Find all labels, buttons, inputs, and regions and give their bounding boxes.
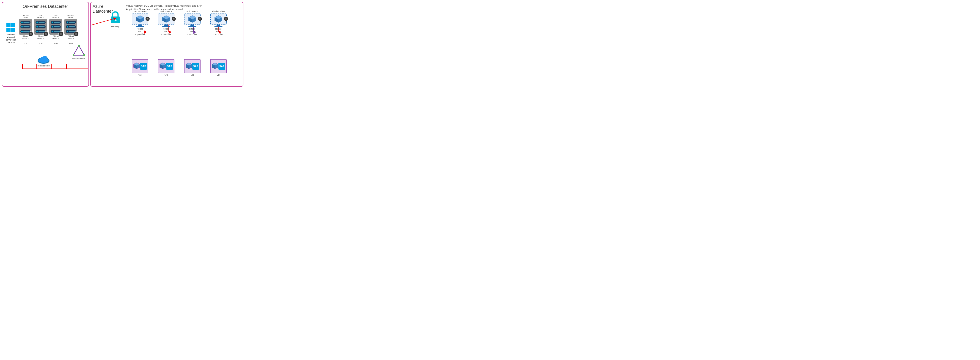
gateway-icon: ⇅ xyxy=(109,11,121,24)
svg-point-65 xyxy=(226,18,226,19)
monitor-stand-2 xyxy=(164,24,169,26)
svg-point-27 xyxy=(38,58,49,63)
sap-vm-label-2: VM xyxy=(165,74,168,76)
disk-bar xyxy=(69,31,75,32)
vm-top-label-3: Split tables 2 xyxy=(186,10,198,13)
on-premises-title: On-Premises Datacenter xyxy=(4,4,87,9)
gateway-group: ⇅ Gateway xyxy=(107,11,123,27)
server-wrapper-1 xyxy=(19,19,32,35)
expressroute-group: ExpressRoute xyxy=(71,45,87,60)
disk-bar xyxy=(23,31,30,32)
r3load-label-3: R3loadVM 3 xyxy=(189,28,196,33)
server-group-2: Splittables 1 xyxy=(33,14,48,44)
server-disk-2b xyxy=(35,25,46,29)
vhd-label-4: VHD xyxy=(69,42,73,44)
svg-rect-1 xyxy=(11,23,15,27)
gateway-label: Gateway xyxy=(107,25,123,27)
windows-logo-icon xyxy=(6,23,16,32)
export-label-3: Export files xyxy=(188,33,197,35)
monitor-wrapper-1 xyxy=(132,14,148,27)
disk-bar xyxy=(23,26,30,27)
disk-dot xyxy=(67,26,68,27)
server-bottom-label-2: R3loadserver 2 xyxy=(37,35,44,40)
vm-top-label-4: All other tables xyxy=(212,10,225,13)
server-bottom-label-1: R3loadserver 1 xyxy=(22,35,29,40)
public-internet-label: Public internet xyxy=(34,65,53,67)
monitor-stand-1 xyxy=(138,24,142,26)
disk-icon-4 xyxy=(224,17,228,21)
sap-cube-2 xyxy=(159,62,166,70)
vm-top-label-1: Top 3-5 tables xyxy=(134,10,147,13)
monitor-stand-4 xyxy=(216,24,221,26)
monitor-wrapper-2 xyxy=(158,14,174,27)
disk-icon-3 xyxy=(198,17,202,21)
cube-icon-4 xyxy=(214,15,223,23)
disk-dot xyxy=(21,31,23,32)
vhd-icon-2 xyxy=(43,31,48,37)
disk-bar xyxy=(69,22,75,23)
disk-dot xyxy=(52,22,53,23)
sap-cube-4 xyxy=(212,62,218,70)
cube-icon-1 xyxy=(136,15,144,23)
sap-logo-1: SAP xyxy=(140,63,147,70)
sap-vm-group-4: SAP VM xyxy=(207,59,230,76)
server-disk-1a xyxy=(21,21,30,24)
server-disk-2a xyxy=(35,21,46,24)
svg-point-7 xyxy=(45,33,46,34)
disk-bar xyxy=(23,22,30,23)
cube-icon-3 xyxy=(188,15,196,23)
azure-vm-group-2: Split tables 1 xyxy=(155,10,178,35)
disk-icon-2 xyxy=(172,17,176,21)
vhd-label-1: VHD xyxy=(24,42,27,44)
azure-vm-groups: Top 3-5 tables xyxy=(129,10,230,35)
sap-vm-group-3: SAP VM xyxy=(181,59,204,76)
server-top-label-1: Top 3-5tables xyxy=(22,14,29,19)
disk-dot xyxy=(52,31,53,32)
server-group-4: All othertables xyxy=(64,14,78,44)
server-wrapper-3 xyxy=(49,19,62,35)
server-disk-3a xyxy=(51,21,61,24)
disk-icon-1 xyxy=(146,17,150,21)
sap-logo-4: SAP xyxy=(218,63,225,70)
cloud-icon xyxy=(37,55,50,64)
sap-vm-groups: SAP VM SAP VM xyxy=(129,59,230,76)
disk-bar xyxy=(38,26,45,27)
azure-vm-group-3: Split tables 2 xyxy=(181,10,204,35)
azure-vm-group-4: All other tables xyxy=(207,10,230,35)
disk-bar xyxy=(54,22,60,23)
disk-bar xyxy=(54,26,60,27)
server-group-3: Splittables 2 xyxy=(49,14,63,44)
disk-dot xyxy=(52,26,53,27)
azure-vm-group-1: Top 3-5 tables xyxy=(129,10,151,35)
disk-dot xyxy=(67,22,68,23)
disk-bar xyxy=(54,31,60,32)
public-internet-group: Public internet xyxy=(34,55,53,67)
sap-vm-label-1: VM xyxy=(138,74,142,76)
vhd-icon-1 xyxy=(28,31,33,37)
svg-text:⇅: ⇅ xyxy=(114,18,117,22)
monitor-base-1 xyxy=(136,26,144,27)
svg-point-11 xyxy=(76,33,76,34)
monitor-base-4 xyxy=(214,26,223,27)
disk-dot xyxy=(21,26,23,27)
server-top-label-2: Splittables 1 xyxy=(37,14,44,19)
expressroute-label: ExpressRoute xyxy=(71,57,87,60)
svg-rect-0 xyxy=(6,23,11,27)
server-disk-4a xyxy=(66,21,76,24)
export-label-1: Export files xyxy=(135,33,145,35)
server-group-1: Top 3-5tables xyxy=(18,14,33,44)
sap-logo-3: SAP xyxy=(192,63,199,70)
export-label-2: Export files xyxy=(161,33,171,35)
server-disk-1b xyxy=(21,25,30,29)
r3load-label-2: R3loadVM 2 xyxy=(163,28,169,33)
disk-bar xyxy=(38,22,45,23)
monitor-stand-3 xyxy=(190,24,194,26)
vhd-label-2: VHD xyxy=(39,42,43,44)
svg-point-5 xyxy=(30,33,31,34)
sap-vm-label-4: VM xyxy=(217,74,220,76)
sap-cube-1 xyxy=(133,62,140,70)
server-wrapper-2 xyxy=(34,19,47,35)
server-bottom-label-4: R3loadserver 4 xyxy=(68,35,74,40)
sap-logo-2: SAP xyxy=(166,63,173,70)
server-top-label-3: Splittables 2 xyxy=(52,14,59,19)
